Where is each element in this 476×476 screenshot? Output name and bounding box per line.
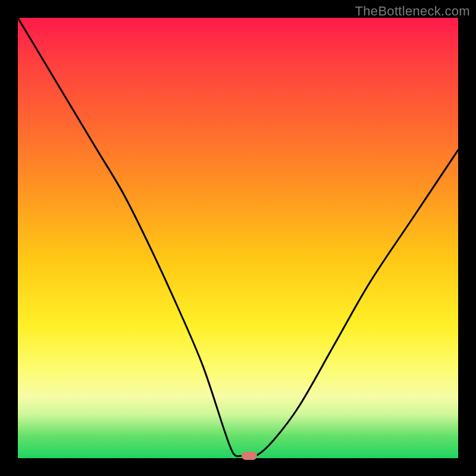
bottleneck-curve (18, 18, 458, 458)
chart-frame: TheBottleneck.com (0, 0, 476, 476)
plot-area (18, 18, 458, 458)
min-marker (242, 452, 257, 460)
curve-path (18, 18, 458, 457)
watermark-text: TheBottleneck.com (355, 4, 470, 19)
